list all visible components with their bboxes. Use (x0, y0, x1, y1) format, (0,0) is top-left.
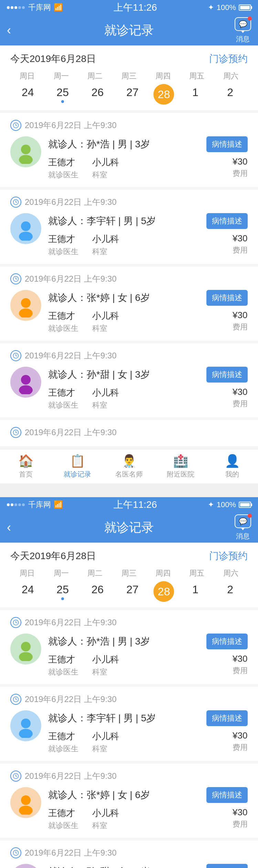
weekday-3: 周三 (115, 71, 143, 81)
clock-icon-0 (10, 120, 21, 131)
disease-button-1[interactable]: 病情描述 (206, 213, 248, 229)
dept-col-2-1: 小儿科 科室 (92, 730, 119, 754)
nav-records-1[interactable]: 📋 就诊记录 (52, 449, 103, 483)
record-item-2-0[interactable]: 2019年6月22日 上午9:30 就诊人：孙*浩 | 男 | 3岁 病情描述 (0, 610, 258, 684)
phone-frame-2: 千库网 📶 上午11:26 ✦ 100% ‹ 就诊记录 💬 消息 今天2019年… (0, 497, 258, 868)
price-label-2-0: 费用 (233, 666, 248, 676)
doctor-name-2-1: 王德才 (48, 730, 78, 742)
day-26[interactable]: 26 (84, 84, 111, 105)
day-num-2: 2 (227, 86, 233, 99)
time-display: 上午11:26 (114, 1, 157, 14)
dept-name-3: 小儿科 (92, 387, 119, 399)
back-button-2[interactable]: ‹ (7, 520, 11, 535)
hospitals-icon-1: 🏥 (173, 454, 189, 468)
nav-mine-1[interactable]: 👤 我的 (206, 449, 258, 483)
dot4 (18, 6, 21, 9)
disease-button-2-2[interactable]: 病情描述 (206, 787, 248, 803)
record-name-row-1: 就诊人：李宇轩 | 男 | 5岁 病情描述 (48, 213, 248, 229)
price-label-2: 费用 (233, 322, 248, 332)
message-button-2[interactable]: 💬 消息 (235, 514, 251, 541)
battery-fill (240, 6, 250, 9)
record-item-4[interactable]: 2019年6月22日 上午9:30 (0, 420, 258, 446)
weekday-2-4: 周四 (149, 568, 177, 578)
message-badge-2 (248, 514, 252, 518)
disease-button-2-0[interactable]: 病情描述 (206, 634, 248, 649)
day-num-26: 26 (92, 86, 104, 99)
day-1[interactable]: 1 (182, 84, 209, 105)
dept-label-2-0: 科室 (92, 667, 119, 677)
nav-hospitals-label-1: 附近医院 (167, 470, 194, 479)
day-dot-2 (229, 100, 232, 103)
appointment-button-2[interactable]: 门诊预约 (209, 550, 248, 563)
day-2-26[interactable]: 26 (84, 581, 111, 602)
battery-text: 100% (217, 3, 236, 12)
day-2-27[interactable]: 27 (119, 581, 146, 602)
message-label: 消息 (236, 34, 250, 44)
day-2-1[interactable]: 1 (182, 581, 209, 602)
dot2 (11, 6, 13, 9)
nav-home-1[interactable]: 🏠 首页 (0, 449, 52, 483)
day-num-27: 27 (126, 86, 139, 99)
weekday-0: 周日 (13, 71, 41, 81)
doctor-label-0: 就诊医生 (48, 170, 78, 180)
battery-fill-2 (240, 503, 250, 506)
day-num-25: 25 (56, 86, 69, 99)
record-item-0[interactable]: 2019年6月22日 上午9:30 就诊人：孙*浩 | 男 | 3岁 病情描述 (0, 113, 258, 187)
day-25[interactable]: 25 (49, 84, 76, 105)
record-info-3: 就诊人：孙*甜 | 女 | 3岁 病情描述 王德才 就诊医生 小儿科 科室 (48, 367, 248, 410)
nav-doctors-1[interactable]: 👨‍⚕️ 名医名师 (103, 449, 155, 483)
disease-button-3[interactable]: 病情描述 (206, 367, 248, 383)
record-item-2-3[interactable]: 2019年6月22日 上午9:30 就诊人：孙*甜 | 女 | 3岁 病情描述 (0, 840, 258, 868)
record-item-2[interactable]: 2019年6月22日 上午9:30 就诊人：张*婷 | 女 | 6岁 病情描述 (0, 266, 258, 341)
disease-button-2-1[interactable]: 病情描述 (206, 710, 248, 726)
day-27[interactable]: 27 (119, 84, 146, 105)
dept-label-3: 科室 (92, 400, 119, 410)
days-row-2: 24 25 26 27 28 1 2 (10, 581, 248, 602)
day-2-24[interactable]: 24 (14, 581, 42, 602)
day-2[interactable]: 2 (216, 84, 244, 105)
avatar-2 (10, 290, 41, 321)
appointment-button-1[interactable]: 门诊预约 (209, 52, 248, 65)
day-dot-2-1 (194, 597, 197, 600)
weekday-1: 周一 (47, 71, 75, 81)
home-icon-1: 🏠 (18, 454, 34, 468)
svg-point-1 (21, 145, 31, 154)
record-time-row-2: 2019年6月22日 上午9:30 (10, 273, 248, 284)
back-button[interactable]: ‹ (7, 23, 11, 38)
day-2-2[interactable]: 2 (216, 581, 244, 602)
dept-name-2: 小儿科 (92, 310, 119, 322)
svg-point-14 (21, 642, 31, 651)
record-time-2-3: 2019年6月22日 上午9:30 (25, 847, 117, 858)
record-time-1: 2019年6月22日 上午9:30 (25, 197, 117, 208)
nav-hospitals-1[interactable]: 🏥 附近医院 (155, 449, 206, 483)
price-col-2-1: ¥30 费用 (233, 730, 248, 754)
disease-button-2-3[interactable]: 病情描述 (206, 864, 248, 868)
avatar-2-2 (10, 787, 41, 818)
clock-icon-3 (10, 350, 21, 361)
clock-icon-2-0 (10, 617, 21, 628)
dot1 (7, 6, 10, 9)
record-item-3[interactable]: 2019年6月22日 上午9:30 就诊人：孙*甜 | 女 | 3岁 病情描述 (0, 343, 258, 417)
record-item-1[interactable]: 2019年6月22日 上午9:30 就诊人：李宇轩 | 男 | 5岁 病情描述 (0, 190, 258, 264)
day-28-today[interactable]: 28 (153, 84, 174, 105)
nav-home-label-1: 首页 (19, 470, 33, 479)
weekday-6: 周六 (217, 71, 245, 81)
message-button[interactable]: 💬 消息 (235, 17, 251, 44)
disease-button-0[interactable]: 病情描述 (206, 136, 248, 152)
disease-button-2[interactable]: 病情描述 (206, 290, 248, 306)
record-item-2-2[interactable]: 2019年6月22日 上午9:30 就诊人：张*婷 | 女 | 6岁 病情描述 (0, 764, 258, 838)
weekday-2-5: 周五 (183, 568, 211, 578)
clock-icon-2-2 (10, 771, 21, 782)
battery-text-2: 100% (217, 500, 236, 509)
message-icon-inner-2: 💬 (239, 517, 247, 525)
day-2-25[interactable]: 25 (49, 581, 76, 602)
doctor-label-1: 就诊医生 (48, 247, 78, 257)
day-dot-2-26 (96, 597, 99, 600)
record-item-2-1[interactable]: 2019年6月22日 上午9:30 就诊人：李宇轩 | 男 | 5岁 病情描述 (0, 687, 258, 761)
dot4b (18, 503, 21, 506)
day-24[interactable]: 24 (14, 84, 42, 105)
week-row-2: 周日 周一 周二 周三 周四 周五 周六 (10, 568, 248, 578)
price-label-1: 费用 (233, 245, 248, 255)
dept-col-2-2: 小儿科 科室 (92, 807, 119, 831)
day-2-28-today[interactable]: 28 (153, 581, 174, 602)
